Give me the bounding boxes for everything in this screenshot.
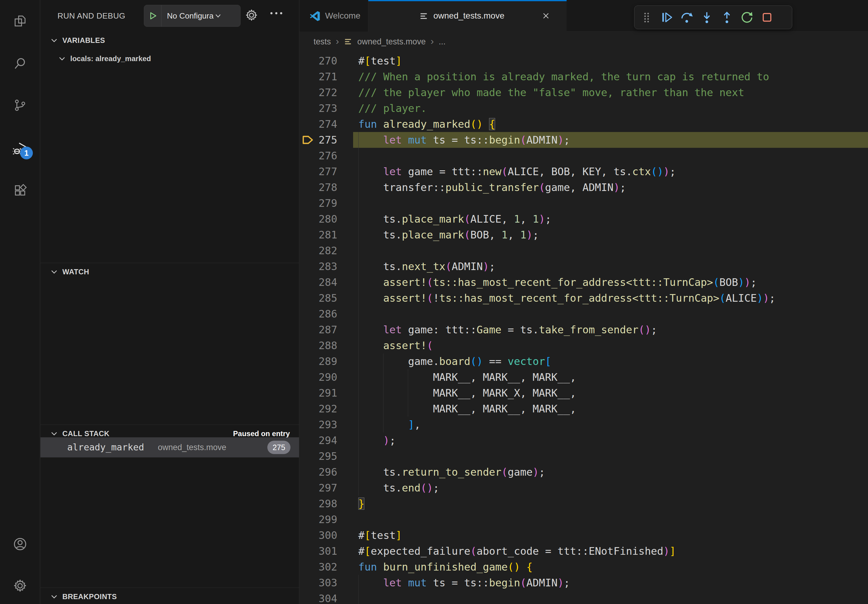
line-number[interactable]: 273 bbox=[299, 101, 337, 116]
code-line[interactable]: 304 bbox=[299, 591, 868, 604]
line-number[interactable]: 292 bbox=[299, 401, 337, 417]
code-line[interactable]: 290 MARK__, MARK__, MARK__, bbox=[299, 369, 868, 385]
code-line[interactable]: 297 ts.end(); bbox=[299, 480, 868, 496]
line-number[interactable]: 295 bbox=[299, 448, 337, 464]
line-number[interactable]: 291 bbox=[299, 385, 337, 401]
line-number[interactable]: 303 bbox=[299, 575, 337, 591]
restart-button[interactable] bbox=[739, 9, 755, 26]
line-number[interactable]: 279 bbox=[299, 195, 337, 211]
account-button[interactable] bbox=[0, 529, 40, 559]
code-line[interactable]: 295 bbox=[299, 448, 868, 464]
code-line[interactable]: 296 ts.return_to_sender(game); bbox=[299, 464, 868, 480]
code-line[interactable]: 275 let mut ts = ts::begin(ADMIN); bbox=[299, 132, 868, 148]
sidebar-item-extensions[interactable] bbox=[0, 175, 40, 206]
section-breakpoints[interactable]: BREAKPOINTS bbox=[40, 588, 299, 604]
line-number[interactable]: 280 bbox=[299, 211, 337, 227]
code-line[interactable]: 289 game.board() == vector[ bbox=[299, 353, 868, 369]
code-line[interactable]: 279 bbox=[299, 195, 868, 211]
line-number[interactable]: 298 bbox=[299, 496, 337, 511]
continue-button[interactable] bbox=[659, 9, 674, 26]
code-line[interactable]: 293 ], bbox=[299, 417, 868, 432]
code-line[interactable]: 291 MARK__, MARK_X, MARK__, bbox=[299, 385, 868, 401]
call-stack-frame[interactable]: already_markedowned_tests.move275 bbox=[40, 437, 299, 457]
breadcrumb-item-tests[interactable]: tests bbox=[313, 37, 331, 46]
code-line[interactable]: 285 assert!(!ts::has_most_recent_for_add… bbox=[299, 290, 868, 306]
code-line[interactable]: 273/// player. bbox=[299, 101, 868, 116]
line-number[interactable]: 281 bbox=[299, 227, 337, 243]
line-number[interactable]: 288 bbox=[299, 338, 337, 353]
line-number[interactable]: 299 bbox=[299, 511, 337, 527]
line-number[interactable]: 276 bbox=[299, 148, 337, 164]
line-number[interactable]: 297 bbox=[299, 480, 337, 496]
code-line[interactable]: 280 ts.place_mark(ALICE, 1, 1); bbox=[299, 211, 868, 227]
step-over-button[interactable] bbox=[679, 9, 694, 26]
config-dropdown-label[interactable]: No Configura bbox=[167, 11, 214, 21]
close-icon[interactable] bbox=[542, 12, 550, 20]
code-line[interactable]: 274fun already_marked() { bbox=[299, 116, 868, 132]
tab-label[interactable]: Welcome bbox=[325, 0, 360, 32]
code-line[interactable]: 299 bbox=[299, 511, 868, 527]
tab-label[interactable]: owned_tests.move bbox=[433, 0, 504, 32]
code-line[interactable]: 270#[test] bbox=[299, 53, 868, 69]
code-line[interactable]: 303 let mut ts = ts::begin(ADMIN); bbox=[299, 575, 868, 591]
step-into-button[interactable] bbox=[699, 9, 715, 26]
step-out-button[interactable] bbox=[719, 9, 735, 26]
line-number[interactable]: 274 bbox=[299, 116, 337, 132]
line-number[interactable]: 270 bbox=[299, 53, 337, 69]
tab-owned-tests-move[interactable]: owned_tests.move bbox=[368, 0, 567, 32]
line-number[interactable]: 284 bbox=[299, 274, 337, 290]
line-number[interactable]: 277 bbox=[299, 164, 337, 180]
code-line[interactable]: 302fun burn_unfinished_game() { bbox=[299, 559, 868, 575]
line-number[interactable]: 271 bbox=[299, 69, 337, 85]
code-line[interactable]: 284 assert!(ts::has_most_recent_for_addr… bbox=[299, 274, 868, 290]
breadcrumb-item-file[interactable]: owned_tests.move bbox=[357, 37, 426, 46]
stop-button[interactable] bbox=[759, 9, 775, 26]
code-line[interactable]: 272/// the player who made the "false" m… bbox=[299, 85, 868, 101]
code-line[interactable]: 277 let game = ttt::new(ALICE, BOB, KEY,… bbox=[299, 164, 868, 180]
line-number[interactable]: 290 bbox=[299, 369, 337, 385]
line-number[interactable]: 302 bbox=[299, 559, 337, 575]
line-number[interactable]: 282 bbox=[299, 243, 337, 259]
sidebar-item-search[interactable] bbox=[0, 48, 40, 79]
settings-button[interactable] bbox=[0, 570, 40, 601]
code-line[interactable]: 300#[test] bbox=[299, 527, 868, 543]
line-number[interactable]: 296 bbox=[299, 464, 337, 480]
code-line[interactable]: 294 ); bbox=[299, 432, 868, 448]
line-number[interactable]: 301 bbox=[299, 543, 337, 559]
code-line[interactable]: 288 assert!( bbox=[299, 338, 868, 353]
code-line[interactable]: 278 transfer::public_transfer(game, ADMI… bbox=[299, 180, 868, 195]
debug-config-dropdown[interactable]: No Configura bbox=[144, 5, 240, 27]
code-line[interactable]: 286 bbox=[299, 306, 868, 322]
code-line[interactable]: 271/// When a position is already marked… bbox=[299, 69, 868, 85]
sidebar-item-run-and-debug[interactable]: 1 bbox=[0, 133, 40, 164]
code-line[interactable]: 276 bbox=[299, 148, 868, 164]
section-variables[interactable]: VARIABLES bbox=[40, 32, 299, 49]
line-number[interactable]: 300 bbox=[299, 527, 337, 543]
code-line[interactable]: 298} bbox=[299, 496, 868, 511]
code-line[interactable]: 281 ts.place_mark(BOB, 1, 1); bbox=[299, 227, 868, 243]
sidebar-item-explorer[interactable] bbox=[0, 6, 40, 36]
more-actions-icon[interactable] bbox=[270, 12, 290, 14]
sidebar-item-source-control[interactable] bbox=[0, 90, 40, 121]
line-number[interactable]: 294 bbox=[299, 432, 337, 448]
line-number[interactable]: 293 bbox=[299, 417, 337, 432]
section-watch[interactable]: WATCH bbox=[40, 263, 299, 280]
line-number[interactable]: 272 bbox=[299, 85, 337, 101]
code-line[interactable]: 292 MARK__, MARK__, MARK__, bbox=[299, 401, 868, 417]
line-number[interactable]: 286 bbox=[299, 306, 337, 322]
variables-scope-locals[interactable]: locals: already_marked bbox=[40, 50, 299, 68]
line-number[interactable]: 287 bbox=[299, 322, 337, 338]
line-number[interactable]: 285 bbox=[299, 290, 337, 306]
tab-welcome[interactable]: Welcome bbox=[299, 0, 368, 32]
line-number[interactable]: 283 bbox=[299, 259, 337, 274]
line-number[interactable]: 304 bbox=[299, 591, 337, 604]
line-number[interactable]: 278 bbox=[299, 180, 337, 195]
code-area[interactable]: 270#[test]271/// When a position is alre… bbox=[299, 53, 868, 604]
code-line[interactable]: 283 ts.next_tx(ADMIN); bbox=[299, 259, 868, 274]
line-number[interactable]: 289 bbox=[299, 353, 337, 369]
code-line[interactable]: 287 let game: ttt::Game = ts.take_from_s… bbox=[299, 322, 868, 338]
debug-settings-gear-icon[interactable] bbox=[245, 9, 258, 22]
code-line[interactable]: 301#[expected_failure(abort_code = ttt::… bbox=[299, 543, 868, 559]
breadcrumb-item-symbol[interactable]: ... bbox=[439, 37, 446, 46]
start-debugging-icon[interactable] bbox=[149, 11, 158, 20]
